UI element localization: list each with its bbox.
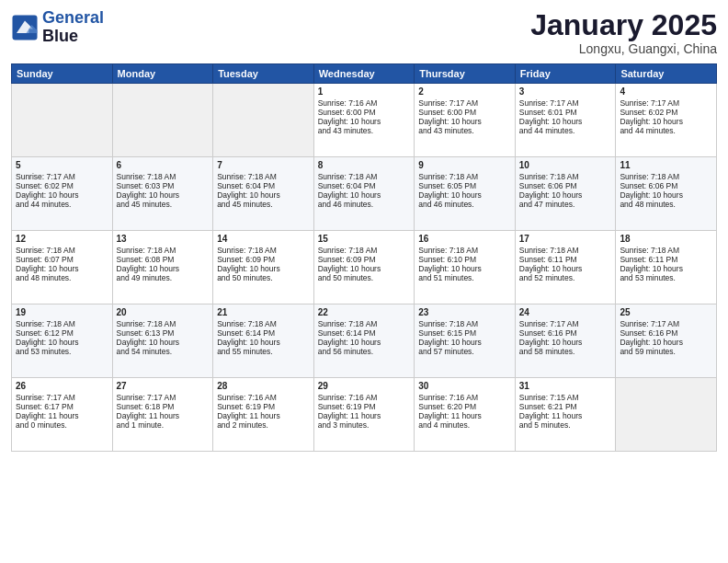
cell-info-line: Daylight: 10 hours	[620, 264, 712, 273]
day-number: 20	[117, 307, 210, 317]
cell-info-line: Sunset: 6:14 PM	[217, 328, 310, 338]
cell-info-line: Sunrise: 7:18 AM	[318, 246, 411, 255]
calendar-cell: 19Sunrise: 7:18 AMSunset: 6:12 PMDayligh…	[12, 304, 113, 378]
calendar-cell: 31Sunrise: 7:15 AMSunset: 6:21 PMDayligh…	[515, 378, 616, 452]
cell-info-line: Sunset: 6:00 PM	[318, 108, 411, 117]
calendar-cell: 13Sunrise: 7:18 AMSunset: 6:08 PMDayligh…	[112, 231, 213, 304]
cell-info-line: Sunrise: 7:16 AM	[318, 393, 411, 402]
cell-info-line: and 50 minutes.	[217, 273, 310, 282]
cell-info-line: Daylight: 11 hours	[318, 411, 411, 420]
cell-info-line: Daylight: 10 hours	[318, 190, 411, 200]
cell-info-line: and 59 minutes.	[620, 347, 712, 356]
cell-info-line: and 57 minutes.	[418, 347, 511, 356]
calendar-cell: 21Sunrise: 7:18 AMSunset: 6:14 PMDayligh…	[213, 304, 314, 378]
cell-info-line: and 55 minutes.	[217, 347, 310, 356]
title-block: January 2025 Longxu, Guangxi, China	[530, 9, 717, 56]
day-header-wednesday: Wednesday	[313, 64, 415, 84]
cell-info-line: and 4 minutes.	[418, 420, 511, 430]
day-number: 16	[418, 234, 511, 244]
cell-info-line: Sunrise: 7:18 AM	[117, 246, 210, 255]
calendar-cell: 14Sunrise: 7:18 AMSunset: 6:09 PMDayligh…	[213, 231, 314, 304]
cell-info-line: Sunset: 6:11 PM	[620, 255, 712, 264]
cell-info-line: Sunrise: 7:18 AM	[519, 172, 612, 181]
cell-info-line: and 52 minutes.	[519, 273, 612, 282]
cell-info-line: and 46 minutes.	[318, 200, 411, 209]
cell-info-line: Sunset: 6:17 PM	[16, 402, 108, 411]
cell-info-line: and 44 minutes.	[519, 126, 612, 135]
header: General Blue January 2025 Longxu, Guangx…	[11, 9, 717, 56]
day-number: 9	[418, 160, 511, 170]
logo-blue: Blue	[42, 27, 78, 45]
cell-info-line: and 5 minutes.	[519, 420, 612, 430]
cell-info-line: Daylight: 11 hours	[418, 411, 511, 420]
calendar-cell: 25Sunrise: 7:17 AMSunset: 6:16 PMDayligh…	[616, 304, 717, 378]
cell-info-line: Sunrise: 7:18 AM	[318, 319, 411, 328]
day-number: 27	[117, 381, 210, 391]
day-number: 5	[16, 160, 108, 170]
calendar-cell	[12, 84, 113, 157]
calendar-cell: 1Sunrise: 7:16 AMSunset: 6:00 PMDaylight…	[313, 84, 415, 157]
cell-info-line: Sunrise: 7:18 AM	[519, 246, 612, 255]
cell-info-line: Daylight: 10 hours	[519, 264, 612, 273]
cell-info-line: Sunrise: 7:16 AM	[418, 393, 511, 402]
calendar-cell: 30Sunrise: 7:16 AMSunset: 6:20 PMDayligh…	[415, 378, 516, 452]
cell-info-line: Sunrise: 7:18 AM	[16, 246, 108, 255]
calendar-cell: 20Sunrise: 7:18 AMSunset: 6:13 PMDayligh…	[112, 304, 213, 378]
cell-info-line: and 47 minutes.	[519, 200, 612, 209]
cell-info-line: Sunset: 6:16 PM	[620, 328, 712, 338]
cell-info-line: Sunset: 6:00 PM	[418, 108, 511, 117]
day-number: 15	[318, 234, 411, 244]
day-number: 29	[318, 381, 411, 391]
cell-info-line: Daylight: 10 hours	[318, 338, 411, 347]
cell-info-line: Sunset: 6:10 PM	[418, 255, 511, 264]
day-number: 24	[519, 307, 612, 317]
day-number: 2	[418, 86, 511, 97]
cell-info-line: Daylight: 10 hours	[519, 117, 612, 126]
cell-info-line: Daylight: 10 hours	[117, 338, 210, 347]
cell-info-line: Daylight: 10 hours	[16, 190, 108, 200]
cell-info-line: Sunset: 6:20 PM	[418, 402, 511, 411]
day-number: 18	[620, 234, 712, 244]
cell-info-line: and 43 minutes.	[418, 126, 511, 135]
cell-info-line: Sunset: 6:02 PM	[16, 181, 108, 190]
day-number: 1	[318, 86, 411, 97]
cell-info-line: Sunset: 6:21 PM	[519, 402, 612, 411]
cell-info-line: Sunrise: 7:18 AM	[217, 319, 310, 328]
day-number: 28	[217, 381, 310, 391]
cell-info-line: and 45 minutes.	[217, 200, 310, 209]
cell-info-line: Sunrise: 7:16 AM	[318, 98, 411, 108]
day-number: 10	[519, 160, 612, 170]
cell-info-line: and 48 minutes.	[16, 273, 108, 282]
calendar-cell: 28Sunrise: 7:16 AMSunset: 6:19 PMDayligh…	[213, 378, 314, 452]
cell-info-line: Daylight: 10 hours	[418, 190, 511, 200]
logo-general: General	[42, 8, 104, 27]
calendar-cell: 2Sunrise: 7:17 AMSunset: 6:00 PMDaylight…	[415, 84, 516, 157]
day-number: 12	[16, 234, 108, 244]
calendar-cell: 4Sunrise: 7:17 AMSunset: 6:02 PMDaylight…	[616, 84, 717, 157]
cell-info-line: Sunset: 6:11 PM	[519, 255, 612, 264]
cell-info-line: Daylight: 10 hours	[519, 338, 612, 347]
calendar-cell: 27Sunrise: 7:17 AMSunset: 6:18 PMDayligh…	[112, 378, 213, 452]
cell-info-line: Sunset: 6:02 PM	[620, 108, 712, 117]
cell-info-line: Sunset: 6:03 PM	[117, 181, 210, 190]
calendar-cell: 16Sunrise: 7:18 AMSunset: 6:10 PMDayligh…	[415, 231, 516, 304]
cell-info-line: Sunset: 6:05 PM	[418, 181, 511, 190]
cell-info-line: and 56 minutes.	[318, 347, 411, 356]
calendar-title: January 2025	[530, 9, 717, 41]
cell-info-line: and 2 minutes.	[217, 420, 310, 430]
cell-info-line: Sunrise: 7:15 AM	[519, 393, 612, 402]
cell-info-line: Daylight: 10 hours	[217, 190, 310, 200]
cell-info-line: Daylight: 11 hours	[16, 411, 108, 420]
logo: General Blue	[11, 9, 104, 46]
day-number: 31	[519, 381, 612, 391]
day-number: 21	[217, 307, 310, 317]
cell-info-line: Sunset: 6:07 PM	[16, 255, 108, 264]
cell-info-line: Sunrise: 7:17 AM	[519, 319, 612, 328]
day-number: 7	[217, 160, 310, 170]
day-number: 13	[117, 234, 210, 244]
calendar-cell: 24Sunrise: 7:17 AMSunset: 6:16 PMDayligh…	[515, 304, 616, 378]
calendar-cell: 26Sunrise: 7:17 AMSunset: 6:17 PMDayligh…	[12, 378, 113, 452]
calendar-cell: 29Sunrise: 7:16 AMSunset: 6:19 PMDayligh…	[313, 378, 415, 452]
cell-info-line: Sunrise: 7:17 AM	[418, 98, 511, 108]
cell-info-line: Daylight: 11 hours	[519, 411, 612, 420]
